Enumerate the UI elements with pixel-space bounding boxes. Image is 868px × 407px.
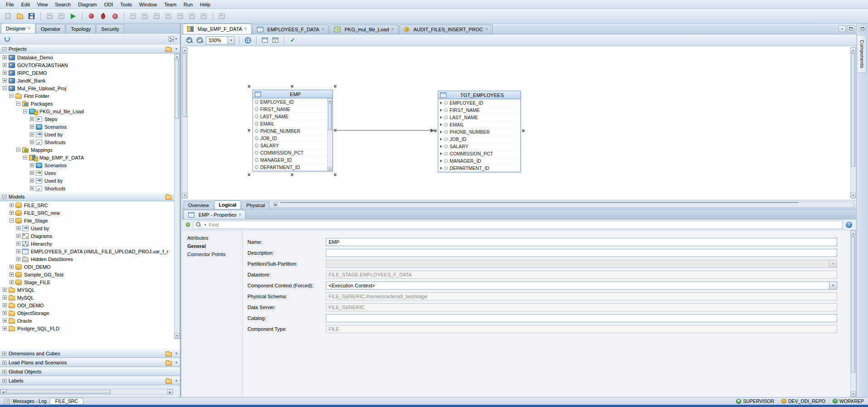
tree-expander-icon[interactable]: + [10, 265, 14, 269]
property-field-catalog[interactable] [326, 314, 837, 322]
navigator-display-options-icon[interactable]: ▼ [169, 34, 177, 43]
scroll-up-icon[interactable]: ▲ [851, 231, 856, 236]
tree-expander-icon[interactable]: + [30, 132, 34, 136]
scroll-up-icon[interactable]: ▲ [175, 54, 179, 59]
column-employee-id[interactable]: EMPLOYEE_ID [438, 99, 520, 107]
menu-item-file[interactable]: File [2, 0, 18, 9]
tree-item-shortcuts[interactable]: +Shortcuts [0, 138, 180, 146]
tree-expander-icon[interactable]: + [3, 326, 7, 330]
column-email[interactable]: EMAIL [253, 120, 327, 127]
tree-expander-icon[interactable]: + [30, 171, 34, 175]
chevron-down-icon[interactable]: ▼ [204, 223, 207, 226]
tree-item-map-emp-f-data[interactable]: −Map_EMP_F_DATA [0, 154, 180, 161]
menu-item-run[interactable]: Run [180, 0, 196, 9]
work-repository-status[interactable]: WORKREP [833, 398, 864, 404]
column-manager-id[interactable]: MANAGER_ID [438, 157, 520, 165]
tree-item-irpc-demo[interactable]: +IRPC_DEMO [0, 69, 180, 77]
column-last-name[interactable]: LAST_NAME [253, 113, 327, 120]
selection-handle[interactable] [248, 85, 250, 87]
tree-expander-icon[interactable]: + [3, 311, 7, 315]
navigator-tab-operator[interactable]: Operator [36, 24, 65, 33]
tree-item-mysql[interactable]: +MySQL [0, 294, 180, 301]
column-first-name[interactable]: FIRST_NAME [253, 106, 327, 113]
tree-item-used-by[interactable]: +Used by [0, 224, 180, 232]
docked-window-tab[interactable]: FILE_SRC [50, 398, 83, 405]
user-status[interactable]: SUPERVISOR [736, 398, 774, 404]
target-datastore-header[interactable]: TGT_EMPLOYEES [438, 91, 520, 99]
canvas-horizontal-scrollbar[interactable]: ◀ ▶ [274, 202, 853, 208]
mapping-connector-line[interactable] [336, 130, 434, 131]
refresh-toolbar-icon[interactable] [163, 11, 174, 21]
tree-expander-icon[interactable]: + [16, 234, 20, 238]
scrollbar-thumb[interactable] [6, 390, 111, 394]
maximize-editor-icon[interactable] [847, 25, 854, 32]
tab-list-icon[interactable]: ▼ [839, 25, 846, 32]
tree-item-odi-demo[interactable]: +ODI_DEMO [0, 263, 180, 271]
menu-item-odi[interactable]: ODI [101, 0, 117, 9]
new-window-icon[interactable] [175, 11, 185, 21]
scroll-up-icon[interactable]: ▲ [851, 48, 856, 53]
column-salary[interactable]: SALARY [438, 143, 520, 150]
tree-expander-icon[interactable]: + [3, 55, 7, 59]
scroll-down-icon[interactable]: ▼ [851, 193, 856, 198]
dropdown-arrow-icon[interactable]: ▼ [829, 260, 837, 267]
open-file-icon[interactable] [15, 11, 25, 21]
selection-handle[interactable] [334, 85, 336, 87]
scrollbar-thumb[interactable] [851, 237, 855, 373]
menu-item-help[interactable]: Help [196, 0, 214, 9]
projects-section-header[interactable]: − Projects ▼ [0, 44, 180, 53]
column-job-id[interactable]: JOB_ID [253, 135, 327, 142]
messages-log-label[interactable]: Messages - Log [13, 398, 47, 404]
scrollbar-thumb[interactable] [175, 60, 179, 119]
scroll-right-icon[interactable]: ▶ [167, 389, 173, 394]
zoom-level-combo[interactable]: 100%▼ [206, 36, 235, 44]
labels-section-header[interactable]: + Labels ▼ [0, 376, 180, 385]
selection-handle[interactable] [334, 129, 336, 131]
tree-item-packages[interactable]: −Packages [0, 100, 180, 107]
debug-icon[interactable] [98, 11, 108, 21]
global-objects-section-header[interactable]: + Global Objects [0, 367, 180, 376]
column-department-id[interactable]: DEPARTMENT_ID [438, 165, 520, 172]
expand-load-plans-icon[interactable]: + [2, 361, 6, 365]
document-tab-audit-files-insert-proc[interactable]: AUDIT_FILES_INSERT_PROC× [399, 24, 493, 34]
menu-item-view[interactable]: View [34, 0, 52, 9]
column-commission-pct[interactable]: COMMISSION_PCT [253, 149, 327, 156]
tree-expander-icon[interactable]: − [10, 218, 14, 223]
property-field-component-context-forced[interactable]: <Execution Context>▼ [326, 281, 837, 290]
property-field-description[interactable] [326, 249, 837, 257]
dimensions-section-header[interactable]: + Dimensions and Cubes ▼ [0, 349, 180, 358]
expand-global-objects-icon[interactable]: + [2, 370, 6, 374]
scrollbar-thumb[interactable] [851, 53, 855, 167]
labels-menu-chevron-icon[interactable]: ▼ [175, 379, 178, 382]
selection-handle[interactable] [334, 174, 336, 176]
palette-toolbar-icon[interactable] [199, 11, 209, 21]
tree-expander-icon[interactable]: + [30, 163, 34, 167]
tree-item-postgre-sql-fld[interactable]: +Postgre_SQL_FLD [0, 325, 180, 332]
tree-expander-icon[interactable]: + [10, 272, 14, 276]
scroll-down-icon[interactable]: ▼ [182, 193, 187, 198]
validate-icon[interactable]: ✓ [288, 36, 297, 44]
tree-item-scenarios[interactable]: +Scenarios [0, 123, 180, 131]
close-icon[interactable]: × [239, 213, 242, 217]
tree-item-objectstorage[interactable]: +ObjectStorage [0, 309, 180, 317]
tree-expander-icon[interactable]: − [3, 86, 7, 90]
back-icon[interactable] [128, 11, 138, 21]
tree-item-mysql[interactable]: +MYSQL [0, 286, 180, 294]
document-tab-pkg-mul-file-load[interactable]: PKG_mul_file_Load× [330, 24, 398, 34]
session-monitor-icon[interactable] [110, 11, 120, 21]
mapping-canvas[interactable]: ▲ ▼ ▲ ▼ EMP EMPLOYEE_IDFIRST_NAMELAST_NA… [182, 46, 856, 200]
tree-item-govtofrajasthan[interactable]: +GOVTOFRAJASTHAN [0, 61, 180, 69]
view-tab-physical[interactable]: Physical [242, 201, 269, 209]
column-job-id[interactable]: JOB_ID [438, 136, 520, 143]
undo-icon[interactable] [44, 11, 55, 21]
scroll-down-icon[interactable]: ▼ [328, 167, 332, 171]
tree-item-mul-file-upload-proj[interactable]: −Mul_File_Upload_Proj [0, 84, 180, 92]
tree-item-file-src-new[interactable]: +FILE_SRC_new [0, 209, 180, 217]
toggle-grid-icon[interactable] [271, 36, 280, 44]
document-tab-employees-f-data[interactable]: EMPLOYEES_F_DATA× [252, 24, 329, 34]
connector-port[interactable] [522, 130, 524, 132]
tree-expander-icon[interactable]: + [3, 319, 7, 323]
properties-nav-attributes[interactable]: Attributes [182, 234, 242, 242]
redo-icon[interactable] [56, 11, 67, 21]
refresh-navigator-icon[interactable] [3, 34, 11, 43]
